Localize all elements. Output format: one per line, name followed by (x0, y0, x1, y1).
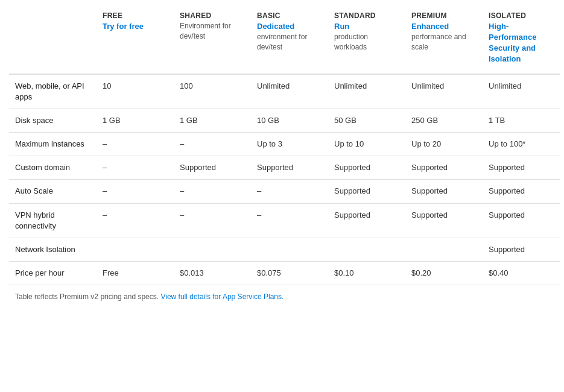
cell-5-1: – (174, 203, 251, 238)
pricing-table: FREETry for freeSHAREDEnvironment for de… (9, 6, 560, 285)
cell-6-0 (97, 238, 174, 262)
plan-desc-premium: performance and scale (411, 32, 477, 52)
feature-label: Custom domain (9, 156, 97, 180)
feature-label: Maximum instances (9, 133, 97, 156)
cell-1-3: 50 GB (328, 109, 405, 132)
plan-header-free: FREETry for free (97, 6, 174, 74)
feature-label: Disk space (9, 109, 97, 132)
cell-0-4: Unlimited (405, 74, 483, 109)
plan-header-standard: STANDARDRunproduction workloads (328, 6, 405, 74)
table-row: Web, mobile, or API apps10100UnlimitedUn… (9, 74, 560, 109)
cell-5-0: – (97, 203, 174, 238)
cell-7-2: $0.075 (251, 262, 328, 285)
plan-header-isolated: ISOLATEDHigh-Performance Security and Is… (483, 6, 560, 74)
plan-header-basic: BASICDedicatedenvironment for dev/test (251, 6, 328, 74)
cell-4-4: Supported (405, 180, 483, 203)
plan-subtitle-free: Try for free (103, 21, 168, 32)
plan-tier-free: FREE (103, 11, 168, 21)
feature-label: Network Isolation (9, 238, 97, 262)
cell-5-5: Supported (483, 203, 560, 238)
cell-6-3 (328, 238, 405, 262)
table-row: Maximum instances––Up to 3Up to 10Up to … (9, 133, 560, 156)
cell-3-5: Supported (483, 156, 560, 180)
cell-6-5: Supported (483, 238, 560, 262)
feature-label: VPN hybrid connectivity (9, 203, 97, 238)
cell-2-3: Up to 10 (328, 133, 405, 156)
table-row: Price per hourFree$0.013$0.075$0.10$0.20… (9, 262, 560, 285)
cell-0-3: Unlimited (328, 74, 405, 109)
cell-5-2: – (251, 203, 328, 238)
cell-6-1 (174, 238, 251, 262)
cell-3-0: – (97, 156, 174, 180)
table-row: VPN hybrid connectivity–––SupportedSuppo… (9, 203, 560, 238)
cell-1-5: 1 TB (483, 109, 560, 132)
cell-0-1: 100 (174, 74, 251, 109)
cell-7-5: $0.40 (483, 262, 560, 285)
cell-7-1: $0.013 (174, 262, 251, 285)
cell-4-1: – (174, 180, 251, 203)
plan-desc-basic: environment for dev/test (257, 32, 322, 52)
footer-note: Table reflects Premium v2 pricing and sp… (9, 285, 555, 304)
feature-label: Auto Scale (9, 180, 97, 203)
cell-4-0: – (97, 180, 174, 203)
cell-0-2: Unlimited (251, 74, 328, 109)
footer-text: Table reflects Premium v2 pricing and sp… (15, 292, 160, 301)
plan-subtitle-standard: Run (334, 21, 399, 32)
cell-2-2: Up to 3 (251, 133, 328, 156)
cell-2-5: Up to 100* (483, 133, 560, 156)
cell-1-0: 1 GB (97, 109, 174, 132)
table-row: Auto Scale–––SupportedSupportedSupported (9, 180, 560, 203)
table-row: Network IsolationSupported (9, 238, 560, 262)
cell-3-2: Supported (251, 156, 328, 180)
cell-6-4 (405, 238, 483, 262)
cell-5-4: Supported (405, 203, 483, 238)
cell-0-0: 10 (97, 74, 174, 109)
feature-header (9, 6, 97, 74)
cell-7-0: Free (97, 262, 174, 285)
feature-label: Web, mobile, or API apps (9, 74, 97, 109)
plan-header-premium: PREMIUMEnhancedperformance and scale (405, 6, 483, 74)
plan-subtitle-premium: Enhanced (411, 21, 477, 32)
plan-tier-premium: PREMIUM (411, 11, 477, 21)
cell-1-4: 250 GB (405, 109, 483, 132)
cell-3-3: Supported (328, 156, 405, 180)
cell-2-4: Up to 20 (405, 133, 483, 156)
plan-tier-isolated: ISOLATED (489, 11, 554, 21)
cell-2-1: – (174, 133, 251, 156)
plan-tier-standard: STANDARD (334, 11, 399, 21)
cell-1-2: 10 GB (251, 109, 328, 132)
cell-7-4: $0.20 (405, 262, 483, 285)
plan-header-shared: SHAREDEnvironment for dev/test (174, 6, 251, 74)
cell-0-5: Unlimited (483, 74, 560, 109)
header-row: FREETry for freeSHAREDEnvironment for de… (9, 6, 560, 74)
plan-tier-basic: BASIC (257, 11, 322, 21)
cell-6-2 (251, 238, 328, 262)
plan-subtitle-isolated: High-Performance Security and Isolation (489, 21, 554, 65)
plan-desc-shared: Environment for dev/test (180, 21, 245, 42)
cell-3-1: Supported (174, 156, 251, 180)
cell-5-3: Supported (328, 203, 405, 238)
cell-7-3: $0.10 (328, 262, 405, 285)
cell-4-2: – (251, 180, 328, 203)
table-row: Disk space1 GB1 GB10 GB50 GB250 GB1 TB (9, 109, 560, 132)
pricing-table-container: FREETry for freeSHAREDEnvironment for de… (0, 0, 564, 316)
plan-tier-shared: SHARED (180, 11, 245, 21)
feature-label: Price per hour (9, 262, 97, 285)
plan-subtitle-basic: Dedicated (257, 21, 322, 32)
cell-4-3: Supported (328, 180, 405, 203)
cell-4-5: Supported (483, 180, 560, 203)
cell-3-4: Supported (405, 156, 483, 180)
cell-2-0: – (97, 133, 174, 156)
cell-1-1: 1 GB (174, 109, 251, 132)
table-row: Custom domain–SupportedSupportedSupporte… (9, 156, 560, 180)
footer-link[interactable]: View full details for App Service Plans. (160, 292, 284, 301)
plan-desc-standard: production workloads (334, 32, 399, 52)
